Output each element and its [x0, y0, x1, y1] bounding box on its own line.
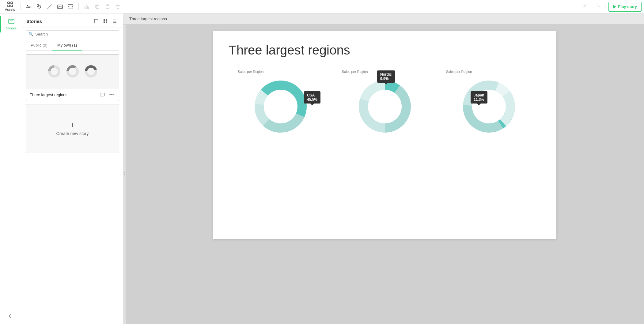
embed-icon — [68, 4, 73, 9]
donut-usa-wrapper: USA 45.5% — [250, 76, 311, 137]
tab-myown[interactable]: My own (1) — [52, 40, 82, 51]
cut-icon — [84, 4, 89, 9]
play-story-button[interactable]: Play story — [608, 2, 642, 12]
list-icon — [112, 19, 117, 23]
shapes-icon — [36, 4, 42, 9]
toolbar: Assets Aa — [0, 0, 644, 13]
tab-public[interactable]: Public (0) — [26, 40, 52, 51]
toolbar-divider-1 — [21, 3, 21, 10]
chart-nordic-label: Sales per Region — [342, 70, 368, 73]
search-icon: 🔍 — [28, 32, 33, 36]
undo-icon — [583, 4, 589, 9]
expand-icon — [94, 19, 98, 23]
main-area: Stories Stories — [0, 13, 644, 324]
image-tool-btn[interactable] — [55, 2, 65, 12]
svg-rect-22 — [94, 19, 98, 23]
svg-rect-25 — [104, 21, 105, 23]
delete-icon — [116, 4, 120, 9]
icon-sidebar: Stories — [0, 13, 22, 324]
list-view-btn[interactable] — [111, 17, 119, 25]
stories-panel-title: Stories — [26, 19, 42, 24]
slide-canvas: Three largest regions Sales per Region — [126, 24, 644, 324]
play-icon — [613, 5, 616, 9]
sidebar-stories-label: Stories — [6, 26, 17, 30]
donut-japan-wrapper: Japan 11.3% — [458, 76, 520, 137]
assets-label: Assets — [5, 8, 15, 11]
story-card-action-icons: ••• — [99, 91, 115, 98]
chart-usa-label: Sales per Region — [238, 70, 263, 73]
slide-container: Three largest regions Sales per Region — [123, 24, 644, 324]
story-card-footer: Three largest regions ••• — [26, 88, 119, 101]
mini-donut-3 — [84, 65, 98, 78]
mini-donut-1 — [47, 65, 61, 78]
stories-panel-header: Stories — [22, 13, 123, 28]
create-new-story-label: Create new story — [56, 131, 89, 136]
drag-handle[interactable] — [123, 24, 126, 324]
collapse-icon — [8, 313, 14, 319]
story-card-more-btn[interactable]: ••• — [108, 91, 115, 98]
svg-rect-24 — [106, 19, 107, 21]
create-new-story-card[interactable]: + Create new story — [26, 104, 119, 153]
chart-japan-label: Sales per Region — [446, 70, 472, 73]
tabs: Public (0) My own (1) — [26, 40, 119, 51]
collapse-sidebar-btn[interactable] — [8, 313, 14, 319]
search-input[interactable] — [35, 32, 116, 36]
breadcrumb-text: Three largest regions — [129, 17, 167, 21]
clipboard-tools — [82, 2, 123, 12]
svg-rect-36 — [100, 93, 104, 96]
svg-rect-8 — [58, 5, 63, 9]
svg-rect-23 — [104, 19, 105, 21]
copy-btn[interactable] — [92, 2, 102, 12]
line-tool-btn[interactable] — [45, 2, 55, 12]
mini-donut-2 — [66, 65, 79, 78]
create-plus-icon: + — [70, 121, 74, 129]
expand-panel-btn[interactable] — [92, 17, 100, 25]
sidebar-item-stories[interactable]: Stories — [0, 16, 22, 32]
svg-rect-26 — [106, 21, 107, 23]
charts-row: Sales per Region — [229, 67, 541, 140]
cut-btn[interactable] — [82, 2, 92, 12]
slide-sheet: Three largest regions Sales per Region — [213, 31, 556, 239]
assets-icon — [7, 2, 13, 7]
story-card-name: Three largest regions — [30, 92, 67, 97]
svg-point-11 — [85, 7, 86, 9]
svg-rect-1 — [11, 2, 13, 4]
stories-panel: Stories — [22, 13, 123, 324]
redo-icon — [594, 4, 600, 9]
chart-usa: Sales per Region — [229, 70, 333, 137]
svg-line-7 — [49, 6, 50, 7]
svg-point-12 — [87, 7, 89, 9]
story-card-preview — [26, 55, 119, 88]
svg-rect-3 — [11, 5, 13, 7]
paste-icon — [105, 4, 110, 9]
slide-icon — [100, 93, 105, 96]
svg-rect-10 — [68, 5, 73, 9]
paste-btn[interactable] — [103, 2, 112, 12]
breadcrumb-bar: Three largest regions — [123, 13, 644, 24]
play-story-label: Play story — [618, 4, 637, 9]
stories-icon — [8, 18, 15, 25]
redo-btn[interactable] — [592, 2, 602, 12]
canvas-area: Three largest regions Three largest regi… — [123, 13, 644, 324]
svg-line-14 — [87, 5, 88, 7]
text-tools: Aa — [24, 2, 75, 12]
grid-icon — [103, 19, 108, 23]
embed-tool-btn[interactable] — [66, 2, 75, 12]
search-box: 🔍 — [26, 30, 119, 38]
toolbar-divider-3 — [605, 3, 605, 10]
svg-point-4 — [38, 5, 41, 8]
copy-icon — [95, 4, 100, 9]
delete-btn[interactable] — [113, 2, 123, 12]
grid-view-btn[interactable] — [101, 17, 109, 25]
story-card-three-largest[interactable]: Three largest regions ••• — [26, 54, 119, 101]
panel-header-icons — [92, 17, 119, 25]
slide-title: Three largest regions — [229, 43, 541, 58]
chart-japan: Sales per Region — [437, 70, 541, 137]
shapes-tool-btn[interactable] — [34, 2, 44, 12]
text-tool-btn[interactable]: Aa — [24, 2, 34, 12]
story-card-slide-icon-btn[interactable] — [99, 91, 106, 98]
story-cards-list: Three largest regions ••• — [22, 51, 123, 324]
chart-nordic: Sales per Region — [333, 70, 437, 137]
assets-button[interactable]: Assets — [2, 0, 17, 13]
undo-btn[interactable] — [581, 2, 591, 12]
